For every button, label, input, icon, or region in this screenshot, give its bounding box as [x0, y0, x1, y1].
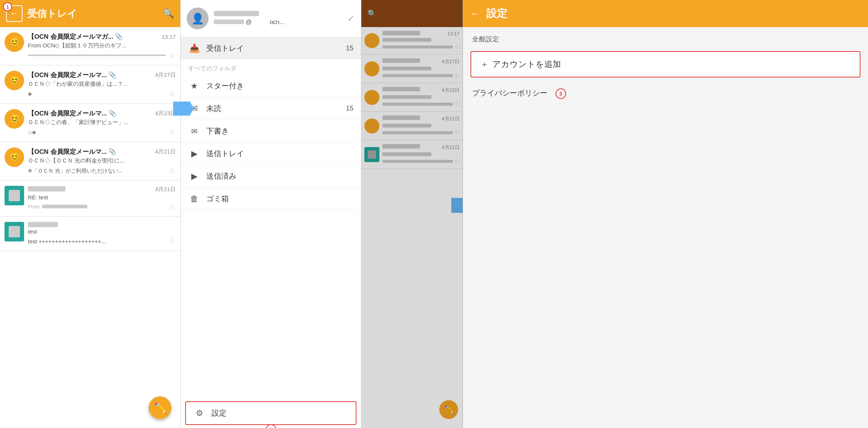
general-settings-label: 全般設定 — [463, 27, 868, 47]
star-icon[interactable]: ☆ — [169, 202, 176, 211]
blurred-avatar — [364, 61, 379, 76]
folder-item-settings[interactable]: ⚙ 設定 — [185, 401, 356, 425]
folder-item-outbox[interactable]: ▶ 送信トレイ — [181, 143, 361, 165]
blurred-text — [382, 124, 431, 127]
mail-bar — [28, 55, 166, 56]
settings-title: 設定 — [486, 6, 507, 21]
mail-date: 4月21日 — [155, 186, 176, 193]
blurred-mail-item: 4月27日 ☆ — [361, 55, 463, 83]
blurred-mail-content: 4月21日 ☆ — [382, 144, 460, 165]
mail-date: 4月23日 — [155, 110, 176, 117]
folder-label: スター付き — [206, 81, 353, 91]
settings-back-arrow[interactable]: ← — [471, 8, 480, 20]
sent-folder-icon: ▶ — [188, 172, 200, 181]
settings-header: ← 設定 — [463, 0, 868, 27]
blurred-mail-content: 4月21日 ☆ — [382, 115, 460, 136]
mail-sender-bar — [28, 222, 58, 227]
mail-item[interactable]: 4月21日 RE: test From: ☆ — [0, 181, 180, 217]
blurred-date: 13:17 — [447, 31, 460, 36]
mail-item[interactable]: 😊 【OCN 会員限定メールマガ... 📎 13:17 From OCN◇【総額… — [0, 27, 180, 65]
star-icon[interactable]: ☆ — [169, 89, 176, 98]
mail-preview2: test +++++++++++++++++++... — [28, 238, 106, 244]
drafts-folder-icon: ✉ — [188, 127, 200, 136]
mail-subject: 【OCN 会員限定メールマガ... 📎 — [28, 32, 123, 41]
mail-preview: ＯＣＮ◇この春、「家計簿デビュー」... — [28, 119, 176, 126]
blurred-header: 🔍 — [361, 0, 463, 27]
outbox-folder-icon: ▶ — [188, 149, 200, 159]
step-badge-3: 3 — [556, 88, 566, 99]
inbox-header: ← 1 受信トレイ 🔍 — [0, 0, 180, 27]
blurred-text — [382, 58, 420, 63]
user-name-bar — [214, 11, 259, 16]
mail-subject: 【OCN 会員限定メールマ... 📎 — [28, 109, 116, 118]
star-icon[interactable]: ☆ — [169, 51, 176, 60]
add-account-button[interactable]: ＋ アカウントを追加 — [471, 51, 860, 77]
blurred-mail-item: 4月23日 ☆ — [361, 83, 463, 112]
folder-item-drafts[interactable]: ✉ 下書き — [181, 120, 361, 143]
privacy-policy-link[interactable]: プライバシーポリシー 3 — [463, 82, 868, 105]
user-info: @ ocn... — [214, 11, 342, 26]
step-badge-1: 1 — [3, 2, 12, 11]
blurred-mail-item: 4月21日 ☆ — [361, 140, 463, 169]
blurred-text — [382, 160, 453, 163]
folder-item-unread[interactable]: ✉ 未読 15 — [181, 97, 361, 120]
settings-folder-icon: ⚙ — [193, 408, 206, 418]
mail-preview2: ※「ＯＣＮ 光」がご利用いただけない... — [28, 168, 123, 175]
avatar: 😊 — [5, 32, 24, 52]
folder-item-sent[interactable]: ▶ 送信済み — [181, 165, 361, 188]
mail-preview: ＯＣＮ◇【ＯＣＮ 光の料金が割引に... — [28, 157, 176, 164]
mail-top: 【OCN 会員限定メールマガ... 📎 13:17 — [28, 32, 176, 41]
blurred-avatar-inner — [368, 150, 376, 159]
mail-content: 【OCN 会員限定メールマ... 📎 4月27日 ＯＣＮ◇「わが家の資産価値」は… — [28, 71, 176, 98]
star-icon[interactable]: ☆ — [169, 127, 176, 137]
mail-list: 😊 【OCN 会員限定メールマガ... 📎 13:17 From OCN◇【総額… — [0, 27, 180, 428]
search-icon[interactable]: 🔍 — [163, 8, 174, 19]
folder-item-trash[interactable]: 🗑 ゴミ箱 — [181, 188, 361, 210]
folder-item-inbox[interactable]: 📥 受信トレイ 15 — [181, 37, 361, 59]
step-badge-3-container: 3 — [556, 89, 566, 97]
mail-top: 【OCN 会員限定メールマ... 📎 4月21日 — [28, 147, 176, 156]
mail-subject: 【OCN 会員限定メールマ... 📎 — [28, 147, 116, 156]
mail-date: 13:17 — [161, 33, 176, 40]
mail-bottom: ※「ＯＣＮ 光」がご利用いただけない... ☆ — [28, 166, 176, 175]
avatar: 😊 — [5, 147, 24, 167]
blurred-star: ☆ — [454, 72, 460, 79]
mail-preview: test — [28, 228, 176, 235]
blurred-text — [382, 74, 453, 77]
blurred-compose-button: ✏️ — [439, 400, 458, 419]
star-icon[interactable]: ☆ — [169, 236, 176, 245]
mail-item[interactable]: 😊 【OCN 会員限定メールマ... 📎 4月23日 ＯＣＮ◇この春、「家計簿デ… — [0, 104, 180, 142]
unread-count: 15 — [346, 105, 353, 112]
folder-count: 15 — [346, 44, 353, 52]
blurred-text — [382, 46, 453, 49]
mail-top: 【OCN 会員限定メールマ... 📎 4月27日 — [28, 71, 176, 79]
mail-date: 4月21日 — [155, 148, 176, 155]
panel-inbox: ← 1 受信トレイ 🔍 😊 【OCN 会員限定メールマガ... 📎 13:17 … — [0, 0, 181, 428]
compose-button[interactable]: ✏️ — [149, 396, 171, 419]
folder-label: 送信済み — [206, 171, 353, 181]
blurred-star: ☆ — [454, 129, 460, 136]
mail-content: 【OCN 会員限定メールマ... 📎 4月21日 ＯＣＮ◇【ＯＣＮ 光の料金が割… — [28, 147, 176, 175]
star-icon[interactable]: ☆ — [169, 166, 176, 175]
mail-item[interactable]: test test +++++++++++++++++++... ☆ — [0, 217, 180, 251]
mail-preview: RE: test — [28, 194, 176, 200]
mail-content: 4月21日 RE: test From: ☆ — [28, 186, 176, 211]
mail-subject: 【OCN 会員限定メールマ... 📎 — [28, 71, 116, 79]
folder-item-starred[interactable]: ★ スター付き — [181, 75, 361, 97]
mail-item[interactable]: 😊 【OCN 会員限定メールマ... 📎 4月21日 ＯＣＮ◇【ＯＣＮ 光の料金… — [0, 142, 180, 181]
back-button[interactable]: ← 1 — [6, 5, 23, 22]
mail-bottom: test +++++++++++++++++++... ☆ — [28, 236, 176, 245]
mail-bottom: ◆ ☆ — [28, 89, 176, 98]
blurred-avatar — [364, 33, 379, 48]
blurred-star: ☆ — [454, 158, 460, 165]
blurred-date: 4月27日 — [442, 58, 460, 65]
mail-preview: ＯＣＮ◇「わが家の資産価値」は...？... — [28, 80, 176, 88]
star-folder-icon: ★ — [188, 81, 200, 91]
blurred-mail-content: 4月27日 ☆ — [382, 58, 460, 79]
folder-label: ゴミ箱 — [206, 194, 353, 204]
mail-item[interactable]: 😊 【OCN 会員限定メールマ... 📎 4月27日 ＯＣＮ◇「わが家の資産価値… — [0, 65, 180, 104]
blurred-text — [382, 103, 453, 106]
arrow-shape — [451, 198, 463, 213]
back-arrow-icon: ← — [10, 9, 18, 18]
mail-top: 【OCN 会員限定メールマ... 📎 4月23日 — [28, 109, 176, 118]
